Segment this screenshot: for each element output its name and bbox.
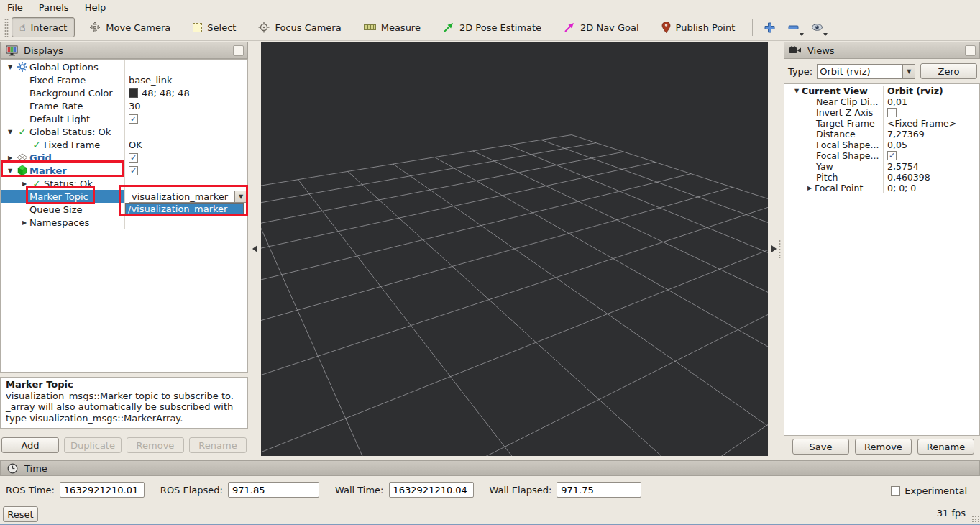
zoom-in-button[interactable] — [760, 18, 779, 37]
view-type-combo[interactable]: Orbit (rviz) ▼ — [817, 64, 915, 79]
3d-viewport[interactable] — [261, 42, 768, 456]
checkbox[interactable]: ✓ — [129, 114, 138, 124]
resize-grip[interactable] — [971, 515, 979, 522]
time-field-label: Wall Time: — [335, 485, 384, 496]
displays-add-button[interactable]: Add — [1, 437, 59, 453]
time-field-input[interactable] — [228, 482, 319, 498]
property-label: Invert Z Axis — [816, 107, 873, 118]
views-row-focal-point[interactable]: ▶Focal Point0; 0; 0 — [784, 183, 979, 193]
toolbar-drag-handle[interactable] — [4, 18, 9, 37]
views-remove-button[interactable]: Remove — [855, 439, 912, 455]
displays-row-default-light[interactable]: Default Light✓ — [1, 112, 247, 125]
property-value: 2,5754 — [887, 161, 919, 172]
views-row-pitch[interactable]: Pitch0,460398 — [784, 172, 979, 183]
property-label: Status: Ok — [44, 178, 93, 189]
views-row-focal-shape[interactable]: Focal Shape...✓ — [784, 150, 979, 161]
property-label: Namespaces — [29, 217, 89, 228]
expander-closed-icon[interactable]: ▶ — [5, 155, 15, 161]
time-field-input[interactable] — [557, 482, 641, 498]
expander-open-icon[interactable]: ▼ — [5, 64, 15, 70]
views-row-current-view[interactable]: ▼Current ViewOrbit (rviz) — [784, 86, 979, 96]
displays-row-namespaces[interactable]: ▶Namespaces — [1, 216, 247, 229]
help-body: visualization_msgs::Marker topic to subs… — [6, 391, 242, 424]
collapse-right-icon[interactable] — [771, 245, 777, 252]
toolbar: ☝InteractMove CameraSelectFocus CameraMe… — [0, 14, 980, 41]
zero-button[interactable]: Zero — [920, 63, 977, 79]
views-row-distance[interactable]: Distance7,27369 — [784, 129, 979, 140]
checkbox[interactable]: ✓ — [129, 166, 138, 175]
visibility-button[interactable] — [807, 18, 826, 37]
displays-row-global-status-ok[interactable]: ▼✓Global Status: Ok — [1, 125, 247, 138]
property-help-box: Marker Topic visualization_msgs::Marker … — [0, 377, 248, 429]
expander-open-icon[interactable]: ▼ — [5, 168, 15, 174]
marker-topic-combo[interactable]: visualization_marker▼ — [129, 191, 247, 203]
menu-file[interactable]: File — [7, 2, 23, 13]
topic-dropdown-item[interactable]: /visualization_marker — [125, 203, 244, 215]
view-type-value[interactable]: Orbit (rviz) — [817, 64, 903, 79]
experimental-option: Experimental — [891, 485, 967, 496]
checkbox[interactable]: ✓ — [129, 153, 138, 163]
collapse-left-icon[interactable] — [252, 245, 257, 252]
views-row-near-clip-di[interactable]: Near Clip Di...0,01 — [784, 96, 979, 107]
views-row-yaw[interactable]: Yaw2,5754 — [784, 161, 979, 172]
dropdown-caret-icon[interactable] — [800, 33, 804, 36]
focus-icon — [258, 22, 270, 33]
property-label: Pitch — [816, 172, 838, 183]
menu-panels[interactable]: Panels — [39, 2, 69, 13]
checkbox[interactable]: ✓ — [887, 151, 897, 160]
color-swatch[interactable] — [129, 88, 138, 98]
checkbox[interactable] — [887, 108, 897, 117]
expander-closed-icon[interactable]: ▶ — [19, 181, 29, 187]
displays-row-global-options[interactable]: ▼Global Options — [1, 60, 247, 73]
displays-row-marker-topic[interactable]: Marker Topicvisualization_marker▼ — [1, 190, 247, 203]
time-field-input[interactable] — [389, 482, 474, 498]
tool-pose-estimate[interactable]: 2D Pose Estimate — [435, 17, 549, 37]
views-rename-button[interactable]: Rename — [917, 439, 974, 455]
check-icon: ✓ — [29, 179, 44, 188]
chevron-down-icon[interactable]: ▼ — [903, 64, 915, 79]
tool-publish-point[interactable]: Publish Point — [654, 17, 743, 37]
tool-label: 2D Nav Goal — [580, 22, 639, 33]
expander-closed-icon[interactable]: ▶ — [805, 185, 815, 191]
displays-row-background-color[interactable]: Background Color48; 48; 48 — [1, 86, 247, 99]
expander-open-icon[interactable]: ▼ — [792, 88, 802, 94]
tool-measure[interactable]: Measure — [356, 17, 429, 37]
views-row-target-frame[interactable]: Target Frame<Fixed Frame> — [784, 118, 979, 129]
views-float-button[interactable] — [965, 45, 976, 56]
property-label: Frame Rate — [29, 101, 83, 111]
displays-float-button[interactable] — [233, 45, 244, 56]
time-field-input[interactable] — [60, 482, 145, 498]
displays-row-fixed-frame[interactable]: ✓Fixed FrameOK — [1, 138, 247, 151]
tool-interact[interactable]: ☝Interact — [12, 17, 75, 37]
reset-button[interactable]: Reset — [3, 506, 38, 522]
tool-nav-goal[interactable]: 2D Nav Goal — [556, 17, 647, 37]
views-save-button[interactable]: Save — [792, 439, 849, 455]
views-row-focal-shape[interactable]: Focal Shape...0,05 — [784, 140, 979, 150]
tool-label: Measure — [381, 22, 421, 33]
displays-row-grid[interactable]: ▶Grid✓ — [1, 151, 247, 164]
displays-row-frame-rate[interactable]: Frame Rate30 — [1, 99, 247, 112]
expander-open-icon[interactable]: ▼ — [5, 129, 15, 135]
dropdown-caret-icon[interactable] — [823, 33, 828, 36]
combo-value[interactable]: visualization_marker — [129, 191, 235, 203]
zoom-out-button[interactable] — [784, 18, 802, 37]
left-splitter[interactable] — [248, 42, 261, 456]
views-panel-header: Views — [784, 42, 980, 59]
menu-help[interactable]: Help — [85, 2, 106, 13]
displays-row-status-ok[interactable]: ▶✓Status: Ok — [1, 177, 247, 190]
eye-icon — [811, 23, 823, 32]
time-field-label: Wall Elapsed: — [490, 485, 552, 496]
expander-closed-icon[interactable]: ▶ — [19, 219, 29, 226]
tool-label: Select — [207, 22, 236, 33]
chevron-down-icon[interactable]: ▼ — [235, 191, 247, 203]
displays-row-fixed-frame[interactable]: Fixed Framebase_link — [1, 73, 247, 86]
displays-row-marker[interactable]: ▼Marker✓ — [1, 164, 247, 177]
move-icon — [89, 22, 101, 33]
experimental-checkbox[interactable] — [891, 486, 900, 496]
tool-select[interactable]: Select — [185, 17, 244, 37]
tool-move-camera[interactable]: Move Camera — [81, 17, 178, 37]
views-row-invert-z-axis[interactable]: Invert Z Axis — [784, 107, 979, 118]
right-splitter[interactable] — [768, 42, 784, 456]
property-label: Global Status: Ok — [29, 127, 111, 137]
tool-focus-camera[interactable]: Focus Camera — [250, 17, 349, 37]
